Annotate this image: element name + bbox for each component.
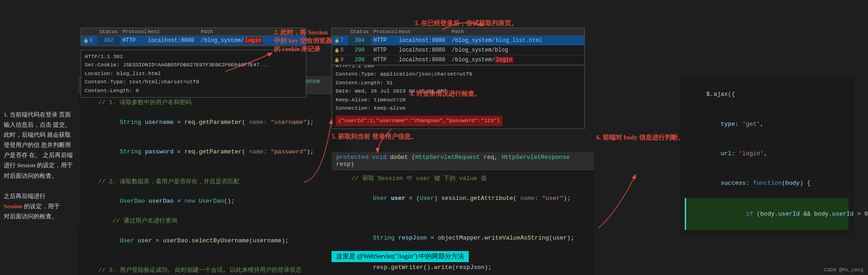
http-response-left: HTTP/1.1 302 Set-Cookie: JSESSIONID=AA6B… xyxy=(81,50,306,98)
host-9: localhost:8080 xyxy=(396,55,449,64)
ajax-highlight-block: if (body.userId && body.userId > 0) { xyxy=(685,198,849,229)
annotation-step6: 6. 前端对 body 信息进行判断。 xyxy=(596,134,684,142)
ajax-code-content: $.ajax({ type: 'get', url: 'login', succ… xyxy=(679,76,854,234)
path-8: /blog_system/blog xyxy=(449,46,584,55)
code-selectuser: User user = userDao.selectByUsername(use… xyxy=(84,226,340,256)
bottom-annotation-text: 这里是 @WebServlet("/login") 中的两部分方法 xyxy=(336,253,464,260)
annotation-step2-title: 2. 此时，将 Session xyxy=(274,29,332,37)
http-row-7[interactable]: 🔒 7 304 HTTP localhost:8080 /blog_system… xyxy=(332,36,584,46)
code-get-user: User user = (User) session.getAttribute(… xyxy=(337,183,588,213)
host-6: localhost:8080 xyxy=(146,36,198,45)
path-9: /blog_system/login xyxy=(449,55,584,64)
path-7: /blog_system/blog_list.html xyxy=(449,36,584,45)
annotation-step4: 4. 对登录情况进行检查。 xyxy=(410,90,481,98)
blank-2 xyxy=(84,256,340,265)
doget-params: (HttpServletRequest req, HttpServletResp… xyxy=(336,154,570,168)
code-panel-left: protected void doPost (HttpServletReques… xyxy=(78,76,345,275)
code-userdao: UserDao userDao = new UserDao(); xyxy=(84,187,340,216)
response-line-2: Set-Cookie: JSESSIONID=AA6BG5FDB927E97F3… xyxy=(85,61,302,69)
ajax-line-5: if (body.userId && body.userId > 0) { xyxy=(688,199,849,228)
bottom-annotation-bar: 这里是 @WebServlet("/login") 中的两部分方法 xyxy=(332,251,469,262)
row-num-8: 🔒 8 xyxy=(332,46,348,55)
ajax-line-2: type: 'get', xyxy=(685,109,849,139)
row-num-label-6: 6 xyxy=(89,37,93,44)
row-num-label-7: 7 xyxy=(340,37,344,44)
status-200-9: 200 xyxy=(348,55,371,64)
http-panel-middle: Status Protocol Host Path 🔒 7 304 HTTP l… xyxy=(332,28,585,65)
resp-m-6: Connection: keep-alive xyxy=(336,104,581,112)
ajax-line-3: url: 'login', xyxy=(685,139,849,169)
blank-1 xyxy=(84,167,340,176)
http-row-6[interactable]: 🔒 6 302 HTTP localhost:8080 /blog_system… xyxy=(81,36,306,46)
annotation-step1-line1: 1. 当前端代码在登录 页面输入信息后，点击 提交。此时，后端代码 就会获取登登… xyxy=(4,110,77,181)
annotation-step3: 3. 在已经登录后，尝试获取列表页。 xyxy=(414,19,518,28)
row-num-7: 🔒 7 xyxy=(332,36,348,45)
resp-m-json: {"userId":1,"username":"zhangsan","passw… xyxy=(336,114,581,126)
blank-g1 xyxy=(337,213,588,223)
kw-void-get: void xyxy=(372,154,390,161)
proto-9: HTTP xyxy=(371,55,396,64)
response-line-1: HTTP/1.1 302 xyxy=(85,53,302,61)
lock-icon-8: 🔒 xyxy=(334,48,339,53)
proto-7: HTTP xyxy=(371,36,396,45)
http-table-middle-header: Status Protocol Host Path xyxy=(332,28,584,36)
host-8: localhost:8080 xyxy=(396,46,449,55)
status-302: 302 xyxy=(97,36,120,45)
lock-icon-9: 🔒 xyxy=(334,58,339,63)
resp-m-3: Content-Length: 51 xyxy=(336,79,581,87)
status-200-8: 200 xyxy=(348,46,371,55)
resp-m-2: Content-Type: application/json;charset=u… xyxy=(336,70,581,78)
comment-2: // 2. 读取数据库，看用户是否存在，并且是否匹配 xyxy=(84,177,340,187)
http-row-8[interactable]: 🔒 8 200 HTTP localhost:8080 /blog_system… xyxy=(332,46,584,55)
lock-icon-6: 🔒 xyxy=(83,38,88,43)
response-line-4: Content-Type: text/html;charset=utf8 xyxy=(85,78,302,86)
response-line-5: Content-Length: 0 xyxy=(85,87,302,95)
path-highlight-login: login xyxy=(244,37,262,44)
host-7: localhost:8080 xyxy=(396,36,449,45)
annotation-step2: 2. 此时，将 Session 中的 key 交给浏览器 的 cookie 来记… xyxy=(274,29,332,53)
http-panel-left: Status Protocol Host Path 🔒 6 302 HTTP l… xyxy=(81,28,306,46)
http-row-9[interactable]: 🔒 9 200 HTTP localhost:8080 /blog_system… xyxy=(332,55,584,65)
ajax-panel: $.ajax({ type: 'get', url: 'login', succ… xyxy=(679,76,854,234)
proto-8: HTTP xyxy=(371,46,396,55)
annotation-step5: 5. 获取到当前 登录用户信息。 xyxy=(332,133,417,141)
response-line-3: Location: blog_list.html xyxy=(85,70,302,78)
watermark: CSDN @Mo_yang xyxy=(824,267,863,273)
lock-icon-7: 🔒 xyxy=(334,38,339,43)
comment-3: // 通过用户名进行查询 xyxy=(84,216,340,226)
comment-get-1: // 获取 Session 中 user 键 下的 value 值 xyxy=(337,174,588,183)
proto-6: HTTP xyxy=(120,36,146,45)
method-doget: doGet xyxy=(390,154,408,161)
code-panel-middle-header: protected void doGet (HttpServletRequest… xyxy=(332,152,594,170)
code-password: String password = req.getParameter( name… xyxy=(84,137,340,167)
code-content-left: // 1. 读取参数中的用户名和密码 String username = req… xyxy=(78,94,345,275)
annotation-step2-body: 中的 key 交给浏览器 xyxy=(274,37,332,45)
row-num-9: 🔒 9 xyxy=(332,55,348,64)
path-highlight-bloglist: blog_list.html xyxy=(495,37,543,44)
path-highlight-login2: login xyxy=(495,57,513,63)
ajax-line-1: $.ajax({ xyxy=(685,80,849,109)
annotation-step1-line2: 之后再后端进行Session 的设定，用于对后面访问的检查。 xyxy=(4,191,77,222)
status-304: 304 xyxy=(348,36,371,45)
comment-4: // 3. 用户登陆验证成功, 此时创建一个会话, 以此来维持用户的登录状态 xyxy=(84,265,340,275)
row-num-label-9: 9 xyxy=(340,57,344,63)
watermark-text: CSDN @Mo_yang xyxy=(824,267,863,273)
json-response: {"userId":1,"username":"zhangsan","passw… xyxy=(336,116,502,126)
kw-protected-get: protected xyxy=(336,154,368,161)
comment-1: // 1. 读取参数中的用户名和密码 xyxy=(84,98,340,107)
row-num-6: 🔒 6 xyxy=(81,36,97,45)
annotation-step2-suffix: 的 cookie 来记录 xyxy=(274,45,332,53)
left-annotation-panel: 1. 当前端代码在登录 页面输入信息后，点击 提交。此时，后端代码 就会获取登登… xyxy=(0,106,81,225)
row-num-label-8: 8 xyxy=(340,47,344,53)
http-table-left-header: Status Protocol Host Path xyxy=(81,28,306,36)
code-respjson: String respJson = objectMapper.writeValu… xyxy=(337,223,588,252)
code-username: String username = req.getParameter( name… xyxy=(84,107,340,137)
ajax-line-4: success: function(body) { xyxy=(685,169,849,198)
